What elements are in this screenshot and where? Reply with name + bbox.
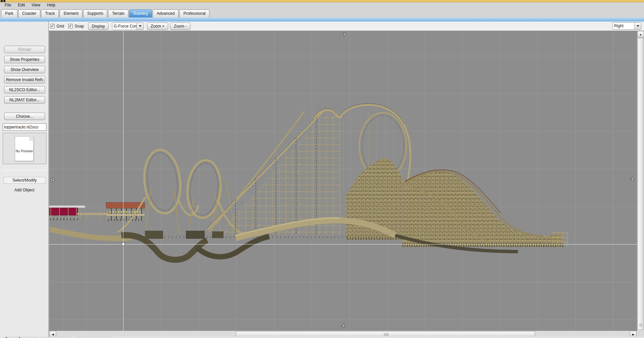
lift-hill-structure (208, 108, 342, 235)
scroll-up-button[interactable]: ▲ (637, 31, 644, 38)
view-direction-value: Right (613, 23, 634, 29)
chevron-down-icon[interactable] (634, 23, 641, 29)
grip-icon (639, 324, 642, 327)
sidebar-button-show-properties[interactable]: Show Properties (4, 56, 45, 63)
menu-help[interactable]: Help (44, 2, 59, 8)
sidebar-button-remove-invalid-refs[interactable]: Remove Invalid Refs (4, 76, 45, 83)
sidebar-button-nl2sco-editor[interactable]: NL2SCO Editor... (4, 86, 45, 93)
station-and-buildings (49, 202, 145, 220)
grid-axis-vertical (123, 31, 123, 331)
tab-coaster[interactable]: Coaster (18, 9, 40, 17)
tab-row: ParkCoasterTrackElementSupportsTerrainSc… (0, 8, 644, 17)
sidebar-button-nl2mat-editor[interactable]: NL2MAT Editor... (4, 96, 45, 104)
tab-terrain[interactable]: Terrain (108, 9, 128, 17)
editor-viewport[interactable]: +Y -Y +Z -Z (49, 31, 637, 331)
menu-bar: FileEditViewHelp (0, 2, 644, 8)
sidebar-divider (3, 170, 46, 171)
snap-checkbox[interactable]: ✓ (68, 24, 73, 28)
scenery-file-field[interactable]: toppertrackr.nl2sco (3, 123, 46, 131)
menu-view[interactable]: View (28, 2, 44, 8)
axis-label-minus-y: -Y (341, 324, 345, 328)
vertical-scrollbar-thumb[interactable] (638, 38, 644, 330)
tab-supports[interactable]: Supports (83, 9, 107, 17)
grid-axis-horizontal (49, 244, 637, 245)
active-tab-accent-strip (0, 17, 644, 22)
zoom-out-button[interactable]: Zoom - (170, 23, 190, 30)
toolbar: ✓ Grid ✓ Snap Display G-Force Comfort Zo… (0, 22, 644, 31)
choose-button[interactable]: Choose... (4, 113, 45, 120)
coaster-scene (49, 31, 637, 331)
menu-file[interactable]: File (1, 2, 14, 8)
preview-panel: No Preview (3, 133, 46, 164)
tab-track[interactable]: Track (41, 9, 59, 17)
tab-element[interactable]: Element (60, 9, 82, 17)
tab-professional[interactable]: Professional (179, 9, 210, 17)
chevron-down-icon[interactable] (137, 23, 143, 30)
vertical-loops (118, 148, 242, 234)
display-mode-dropdown[interactable]: G-Force Comfort (112, 23, 144, 30)
no-preview-text: No Preview (15, 149, 33, 153)
axis-label-plus-z: +Z (50, 178, 54, 182)
vertical-scrollbar[interactable]: ▲ ▼ (637, 31, 644, 337)
grid-checkbox[interactable]: ✓ (50, 24, 54, 28)
no-preview-page-icon: No Preview (15, 136, 34, 161)
horizontal-scrollbar-thumb[interactable] (236, 331, 535, 337)
display-mode-value: G-Force Comfort (112, 23, 137, 30)
view-direction-dropdown[interactable]: Right (612, 22, 641, 30)
axis-label-plus-y: +Y (341, 32, 346, 36)
scrollbar-corner (637, 331, 644, 337)
loop-arch (339, 104, 411, 188)
mode-add-object[interactable]: Add Object (0, 188, 49, 192)
ground-track-ribbon (50, 218, 518, 260)
zoom-in-button[interactable]: Zoom + (147, 23, 168, 30)
timber-structure (346, 158, 569, 247)
grid-checkbox-label: Grid (56, 24, 64, 29)
sidebar: ReloadShow PropertiesShow OverviewRemove… (0, 22, 49, 337)
display-button[interactable]: Display (88, 23, 109, 30)
axis-label-minus-z: -Z (630, 177, 634, 181)
grip-icon (384, 333, 388, 336)
sidebar-button-reload: Reload (4, 46, 45, 53)
window-icon (1, 0, 5, 2)
tab-scenery[interactable]: Scenery (129, 9, 152, 17)
selection-handle[interactable] (122, 242, 125, 246)
tab-advanced[interactable]: Advanced (153, 9, 179, 17)
tab-park[interactable]: Park (1, 9, 17, 17)
horizontal-scrollbar[interactable]: ◀ ▶ (49, 331, 637, 337)
menu-edit[interactable]: Edit (14, 2, 28, 8)
snap-checkbox-label: Snap (75, 24, 84, 29)
sidebar-button-show-overview[interactable]: Show Overview (4, 66, 45, 73)
mode-select-modify[interactable]: Select/Modify (3, 177, 46, 184)
cutoff-bottom-row (0, 337, 644, 338)
window-title-bar (0, 0, 644, 2)
